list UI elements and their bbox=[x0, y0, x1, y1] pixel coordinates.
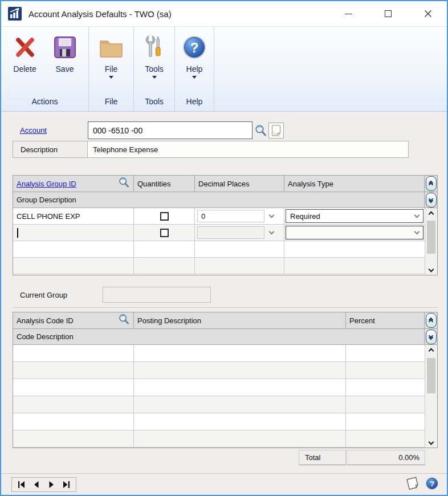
analysis-group-grid: Analysis Group ID Quantities Decimal Pla… bbox=[13, 175, 438, 275]
analysis-type-dropdown[interactable]: Required bbox=[286, 209, 423, 223]
description-value: Telephone Expense bbox=[87, 141, 408, 157]
quantities-cell[interactable] bbox=[134, 208, 195, 225]
nav-first-button[interactable] bbox=[16, 479, 27, 490]
nav-first-icon bbox=[18, 481, 26, 489]
code-id-cell[interactable] bbox=[13, 396, 134, 413]
maximize-button[interactable] bbox=[375, 1, 401, 26]
expand-rows-button[interactable] bbox=[426, 313, 437, 328]
column-header-decimal-places: Decimal Places bbox=[195, 176, 284, 192]
code-id-cell[interactable] bbox=[13, 430, 134, 448]
dropdown-chevron-icon bbox=[414, 213, 420, 218]
analysis-group-id-link[interactable]: Analysis Group ID bbox=[17, 180, 76, 188]
quantities-checkbox[interactable] bbox=[160, 229, 169, 237]
code-grid-scrollbar[interactable] bbox=[425, 345, 437, 448]
decimal-places-cell[interactable] bbox=[195, 241, 284, 258]
notepad-button[interactable] bbox=[405, 476, 421, 491]
analysis-type-cell[interactable] bbox=[284, 258, 425, 274]
collapse-rows-button[interactable] bbox=[426, 330, 437, 344]
help-menu-button[interactable]: ? Help bbox=[176, 32, 213, 93]
analysis-type-cell[interactable] bbox=[284, 241, 425, 258]
percent-cell[interactable] bbox=[346, 362, 425, 379]
account-analysis-defaults-window: Account Analysis Defaults - TWO (sa) bbox=[0, 0, 448, 496]
account-link-label[interactable]: Account bbox=[20, 126, 47, 135]
close-button[interactable] bbox=[415, 1, 441, 26]
code-id-cell[interactable] bbox=[13, 345, 134, 362]
posting-description-cell[interactable] bbox=[134, 379, 346, 396]
decimal-places-value[interactable]: 0 bbox=[197, 210, 264, 222]
percent-cell[interactable] bbox=[346, 430, 425, 448]
notepad-icon bbox=[405, 476, 421, 491]
scrollbar-track[interactable] bbox=[425, 219, 437, 263]
minimize-button[interactable] bbox=[335, 1, 361, 26]
folder-icon bbox=[98, 36, 124, 59]
tools-icon bbox=[142, 35, 167, 60]
scrollbar-thumb[interactable] bbox=[427, 358, 435, 393]
analysis-type-cell[interactable] bbox=[284, 225, 425, 241]
lookup-magnifier-icon bbox=[254, 124, 267, 137]
nav-last-button[interactable] bbox=[60, 479, 72, 490]
code-id-cell[interactable] bbox=[13, 379, 134, 396]
scroll-up-button[interactable] bbox=[425, 208, 437, 219]
decimal-places-cell[interactable]: 0 bbox=[195, 208, 284, 225]
percent-cell[interactable] bbox=[346, 396, 425, 413]
nav-last-icon bbox=[62, 481, 70, 489]
percent-cell[interactable] bbox=[346, 379, 425, 396]
account-note-button[interactable] bbox=[268, 123, 284, 139]
analysis-group-grid-header: Analysis Group ID Quantities Decimal Pla… bbox=[13, 176, 437, 192]
nav-next-button[interactable] bbox=[46, 479, 57, 490]
current-group-field bbox=[103, 287, 211, 303]
scroll-up-button[interactable] bbox=[425, 345, 437, 356]
posting-description-cell[interactable] bbox=[134, 413, 346, 430]
file-menu-button[interactable]: File bbox=[93, 32, 129, 93]
collapse-rows-button[interactable] bbox=[426, 193, 437, 208]
lookup-magnifier-icon bbox=[118, 314, 130, 326]
description-label: Description bbox=[13, 141, 87, 157]
statusbar-help-button[interactable]: ? bbox=[425, 477, 439, 490]
posting-description-cell[interactable] bbox=[134, 430, 346, 448]
status-bar: ? bbox=[1, 473, 447, 495]
save-floppy-icon bbox=[52, 35, 78, 60]
scrollbar-thumb[interactable] bbox=[427, 221, 435, 254]
group-id-cell[interactable] bbox=[13, 241, 134, 258]
toolbar-group-help: ? Help Help bbox=[175, 27, 214, 111]
nav-previous-button[interactable] bbox=[31, 479, 42, 490]
posting-description-cell[interactable] bbox=[134, 345, 346, 362]
quantities-cell[interactable] bbox=[134, 258, 195, 274]
scroll-down-icon bbox=[429, 266, 434, 272]
group-lookup-button[interactable] bbox=[118, 177, 130, 190]
analysis-type-cell[interactable]: Required bbox=[284, 208, 425, 225]
group-id-cell[interactable] bbox=[13, 258, 134, 274]
posting-description-cell[interactable] bbox=[134, 396, 346, 413]
decimal-places-cell[interactable] bbox=[195, 225, 284, 241]
percent-cell[interactable] bbox=[346, 345, 425, 362]
analysis-group-grid-subheader: Group Description bbox=[13, 192, 437, 208]
group-grid-scrollbar[interactable] bbox=[425, 208, 437, 275]
expand-rows-button[interactable] bbox=[426, 176, 437, 191]
code-id-cell[interactable] bbox=[13, 362, 134, 379]
save-button[interactable]: Save bbox=[47, 32, 83, 93]
group-id-cell[interactable] bbox=[13, 225, 134, 241]
code-row-1 bbox=[13, 345, 425, 362]
group-description-header: Group Description bbox=[13, 192, 425, 208]
code-id-cell[interactable] bbox=[13, 413, 134, 430]
group-row-3 bbox=[13, 241, 425, 258]
scroll-down-button[interactable] bbox=[425, 263, 437, 275]
scrollbar-track[interactable] bbox=[425, 356, 437, 436]
group-id-cell[interactable]: CELL PHONE EXP bbox=[13, 208, 134, 225]
scroll-down-button[interactable] bbox=[425, 436, 437, 448]
quantities-cell[interactable] bbox=[134, 241, 195, 258]
quantities-checkbox[interactable] bbox=[160, 212, 169, 221]
decimal-places-value bbox=[197, 226, 264, 239]
posting-description-cell[interactable] bbox=[134, 362, 346, 379]
analysis-type-dropdown[interactable] bbox=[286, 226, 423, 239]
account-input[interactable]: 000 -6510 -00 bbox=[88, 121, 252, 139]
quantities-cell[interactable] bbox=[134, 225, 195, 241]
tools-menu-button[interactable]: Tools bbox=[136, 32, 173, 93]
code-grid-expand-cell bbox=[425, 312, 437, 328]
percent-cell[interactable] bbox=[346, 413, 425, 430]
decimal-places-cell[interactable] bbox=[195, 258, 284, 274]
analysis-code-id-label: Analysis Code ID bbox=[17, 316, 74, 325]
code-lookup-button[interactable] bbox=[118, 314, 130, 327]
delete-button[interactable]: Delete bbox=[7, 32, 43, 93]
account-lookup-button[interactable] bbox=[254, 124, 267, 137]
